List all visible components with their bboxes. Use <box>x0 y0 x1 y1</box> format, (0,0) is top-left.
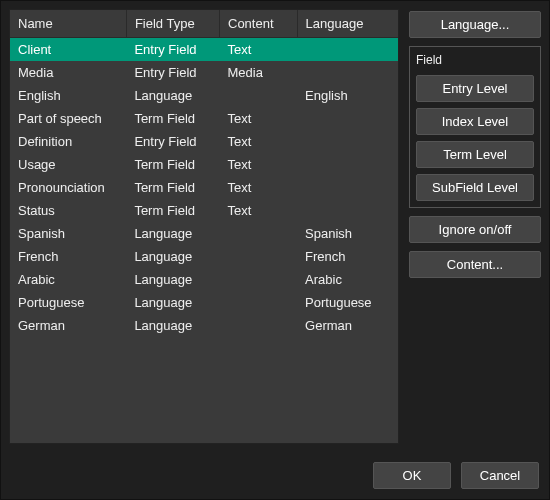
table-row[interactable]: PronounciationTerm FieldText <box>10 176 398 199</box>
cell-language: Portuguese <box>297 291 398 314</box>
cell-fieldType: Language <box>126 268 219 291</box>
cell-content: Text <box>220 107 298 130</box>
dialog-window: Name Field Type Content Language ClientE… <box>0 0 550 500</box>
field-group-label: Field <box>416 53 534 67</box>
col-header-name[interactable]: Name <box>10 10 126 38</box>
table-row[interactable]: PortugueseLanguagePortuguese <box>10 291 398 314</box>
col-header-field-type[interactable]: Field Type <box>126 10 219 38</box>
cell-fieldType: Term Field <box>126 199 219 222</box>
cell-content: Text <box>220 130 298 153</box>
cell-language <box>297 199 398 222</box>
fields-table-wrap: Name Field Type Content Language ClientE… <box>9 9 399 444</box>
cell-language: German <box>297 314 398 337</box>
cell-name: Usage <box>10 153 126 176</box>
language-button[interactable]: Language... <box>409 11 541 38</box>
field-level-group: Field Entry Level Index Level Term Level… <box>409 46 541 208</box>
cell-name: Media <box>10 61 126 84</box>
cell-language <box>297 61 398 84</box>
cell-fieldType: Entry Field <box>126 61 219 84</box>
cell-fieldType: Language <box>126 291 219 314</box>
table-row[interactable]: ArabicLanguageArabic <box>10 268 398 291</box>
dialog-footer: OK Cancel <box>1 452 549 499</box>
table-row[interactable]: DefinitionEntry FieldText <box>10 130 398 153</box>
cell-language: French <box>297 245 398 268</box>
cell-fieldType: Entry Field <box>126 38 219 62</box>
cell-language <box>297 130 398 153</box>
cell-name: French <box>10 245 126 268</box>
fields-table: Name Field Type Content Language ClientE… <box>10 10 398 337</box>
cell-name: English <box>10 84 126 107</box>
cell-name: Status <box>10 199 126 222</box>
cell-fieldType: Term Field <box>126 176 219 199</box>
cell-content <box>220 291 298 314</box>
table-row[interactable]: UsageTerm FieldText <box>10 153 398 176</box>
cell-content: Text <box>220 153 298 176</box>
cell-name: Part of speech <box>10 107 126 130</box>
cell-content <box>220 245 298 268</box>
ignore-toggle-button[interactable]: Ignore on/off <box>409 216 541 243</box>
ok-button[interactable]: OK <box>373 462 451 489</box>
cell-name: Portuguese <box>10 291 126 314</box>
main-area: Name Field Type Content Language ClientE… <box>1 1 549 452</box>
cell-language <box>297 107 398 130</box>
cell-fieldType: Language <box>126 222 219 245</box>
cell-content <box>220 314 298 337</box>
table-row[interactable]: FrenchLanguageFrench <box>10 245 398 268</box>
table-row[interactable]: Part of speechTerm FieldText <box>10 107 398 130</box>
table-row[interactable]: MediaEntry FieldMedia <box>10 61 398 84</box>
table-header-row: Name Field Type Content Language <box>10 10 398 38</box>
index-level-button[interactable]: Index Level <box>416 108 534 135</box>
col-header-language[interactable]: Language <box>297 10 398 38</box>
cell-content: Media <box>220 61 298 84</box>
cell-content: Text <box>220 38 298 62</box>
table-row[interactable]: SpanishLanguageSpanish <box>10 222 398 245</box>
cell-fieldType: Term Field <box>126 153 219 176</box>
cell-name: German <box>10 314 126 337</box>
cancel-button[interactable]: Cancel <box>461 462 539 489</box>
cell-name: Arabic <box>10 268 126 291</box>
cell-content: Text <box>220 199 298 222</box>
term-level-button[interactable]: Term Level <box>416 141 534 168</box>
cell-name: Spanish <box>10 222 126 245</box>
subfield-level-button[interactable]: SubField Level <box>416 174 534 201</box>
cell-language: Spanish <box>297 222 398 245</box>
cell-name: Definition <box>10 130 126 153</box>
table-row[interactable]: GermanLanguageGerman <box>10 314 398 337</box>
cell-language <box>297 153 398 176</box>
table-row[interactable]: ClientEntry FieldText <box>10 38 398 62</box>
cell-language: Arabic <box>297 268 398 291</box>
cell-fieldType: Entry Field <box>126 130 219 153</box>
entry-level-button[interactable]: Entry Level <box>416 75 534 102</box>
cell-content <box>220 84 298 107</box>
cell-fieldType: Term Field <box>126 107 219 130</box>
cell-language <box>297 38 398 62</box>
side-panel: Language... Field Entry Level Index Leve… <box>409 9 541 444</box>
cell-content <box>220 268 298 291</box>
cell-content <box>220 222 298 245</box>
cell-language <box>297 176 398 199</box>
cell-fieldType: Language <box>126 314 219 337</box>
table-row[interactable]: StatusTerm FieldText <box>10 199 398 222</box>
cell-fieldType: Language <box>126 245 219 268</box>
table-row[interactable]: EnglishLanguageEnglish <box>10 84 398 107</box>
cell-language: English <box>297 84 398 107</box>
cell-name: Pronounciation <box>10 176 126 199</box>
col-header-content[interactable]: Content <box>220 10 298 38</box>
cell-content: Text <box>220 176 298 199</box>
content-button[interactable]: Content... <box>409 251 541 278</box>
cell-name: Client <box>10 38 126 62</box>
cell-fieldType: Language <box>126 84 219 107</box>
